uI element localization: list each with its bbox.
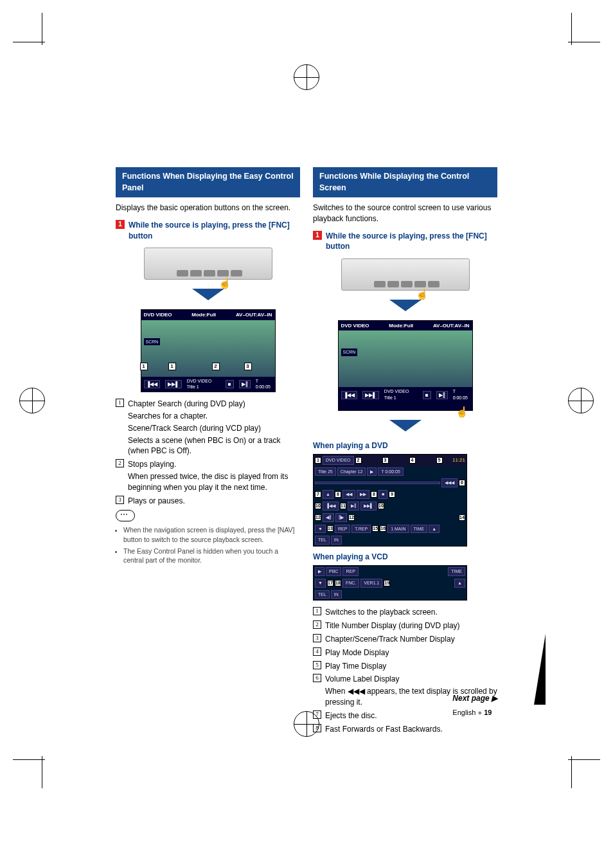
callout: 4 — [409, 457, 416, 464]
shot-label: Mode:Full — [191, 311, 216, 318]
section-header: Functions While Displaying the Control S… — [313, 167, 497, 197]
shot-label: AV–OUT:AV–IN — [236, 311, 272, 318]
item-text: Switches to the playback screen. — [325, 607, 497, 618]
clock: 11:21 — [452, 457, 465, 464]
list-item: 2 Stops playing. When pressed twice, the… — [116, 459, 300, 493]
callout-1: 1 — [168, 363, 176, 370]
list-item: 8Fast Forwards or Fast Backwards. — [313, 724, 497, 735]
vcd-control-screenshot: ▶ PBC REP TIME ▼ 17 18 FNC. VER1.1 19 ▲ … — [313, 565, 467, 601]
callout: 15 — [372, 525, 378, 532]
down-page: ▼ — [315, 579, 326, 588]
item-text: Play Time Display — [325, 661, 497, 672]
callout: 16 — [380, 525, 386, 532]
callout: 12 — [348, 514, 355, 521]
callout: 5 — [436, 457, 443, 464]
callout: 10 — [378, 503, 384, 509]
chapter-field: Chapter 12 — [337, 467, 366, 476]
callout: 14 — [459, 514, 465, 521]
callout-2: 2 — [212, 363, 220, 370]
device-button — [387, 281, 399, 287]
number-box: 1 — [313, 607, 321, 615]
callout: 7 — [315, 491, 321, 498]
crop-mark — [542, 13, 600, 71]
fnc-button: FNC. — [342, 579, 359, 588]
in-label: IN — [331, 590, 342, 599]
registration-mark — [294, 711, 319, 737]
easy-control-screenshot: DVD VIDEO Mode:Full AV–OUT:AV–IN SCRN 1 … — [141, 309, 276, 392]
device-src-button — [414, 281, 426, 287]
page-number: 19 — [484, 709, 492, 716]
scrn-button: SCRN — [144, 338, 161, 346]
next-button: ▶▶▌ — [165, 380, 182, 388]
callout-3: 3 — [244, 363, 252, 370]
number-box: 3 — [313, 634, 321, 642]
finger-icon: ☝ — [456, 405, 468, 419]
item-text: Play Mode Display — [325, 647, 497, 658]
pbc-button: PBC — [326, 567, 341, 576]
number-box: 1 — [116, 399, 124, 407]
prev-button: ▐◀◀ — [323, 502, 339, 511]
shot-title: DVD VIDEO Title 1 — [384, 388, 418, 401]
finger-icon: ☝ — [218, 276, 231, 291]
fastfwd-button: ▶▶ — [357, 490, 369, 499]
list-item: 3Chapter/Scene/Track Number Display — [313, 634, 497, 645]
intro-text: Displays the basic operation buttons on … — [116, 203, 300, 213]
tel-label: TEL — [315, 536, 330, 545]
item-head: Plays or pauses. — [128, 496, 300, 507]
time-button: TIME — [448, 567, 465, 576]
play-button: ▶ǁ — [239, 380, 251, 388]
dvd-control-screenshot: 1 DVD VIDEO 2 3 4 5 11:21 Title 25 Chapt… — [313, 454, 467, 547]
note-icon — [116, 510, 135, 521]
device-nav-button — [428, 281, 440, 287]
playpause-button: ▶ǁ — [348, 502, 359, 511]
note-item: The Easy Control Panel is hidden when yo… — [123, 547, 300, 565]
number-box: 3 — [116, 496, 124, 504]
scroll-indicator: ◀◀◀ — [441, 478, 458, 487]
shot-time: T 0:00:05 — [256, 378, 272, 391]
eject-button: ▲ — [323, 490, 333, 499]
callout: 10 — [315, 503, 321, 509]
left-column: Functions When Displaying the Easy Contr… — [116, 167, 300, 737]
item-line: Selects a scene (when PBC is On) or a tr… — [128, 435, 300, 457]
callout: 13 — [327, 525, 333, 532]
item-line: Searches for a chapter. — [128, 411, 300, 422]
version-label: VER1.1 — [360, 579, 382, 588]
time-display: T 0:00:05 — [378, 467, 403, 476]
device-button — [401, 281, 413, 287]
tel-label: TEL — [315, 590, 330, 599]
list-item: 1Switches to the playback screen. — [313, 607, 497, 618]
dot-icon: ● — [477, 709, 482, 716]
shot-label: DVD VIDEO — [144, 311, 172, 318]
item-line: When pressed twice, the disc is played f… — [128, 471, 300, 493]
callout-1: 1 — [140, 363, 148, 370]
item-head: Stops playing. — [128, 459, 300, 470]
control-screen-screenshot: DVD VIDEO Mode:Full AV–OUT:AV–IN SCRN ▐◀… — [338, 320, 473, 411]
crop-mark — [542, 730, 600, 788]
rep-button: REP — [342, 567, 358, 576]
next-button: ▶▶▌ — [362, 391, 379, 399]
step-number: 1 — [313, 231, 322, 240]
volume-label — [315, 482, 440, 484]
item-text: Fast Forwards or Fast Backwards. — [325, 724, 497, 735]
up-page: ▲ — [429, 525, 440, 534]
callout: 12 — [315, 514, 321, 521]
next-button: ▶▶▌ — [360, 502, 377, 511]
slowfwd-button: ǁ▶ — [335, 513, 347, 522]
page-tab — [534, 634, 546, 705]
callout: 17 — [327, 580, 333, 586]
page-footer: Next page ▶ English ● 19 — [452, 693, 497, 718]
device-button — [177, 270, 188, 276]
callout: 9 — [389, 491, 395, 498]
list-item: 2Title Number Display (during DVD play) — [313, 620, 497, 631]
rep-button: REP — [335, 525, 350, 534]
down-page: ▼ — [315, 525, 326, 534]
callout: 1 — [315, 457, 321, 464]
step-instruction: While the source is playing, press the [… — [129, 220, 300, 242]
device-illustration: ☝ — [144, 248, 272, 280]
number-box: 5 — [313, 661, 321, 669]
play-button: ▶ǁ — [436, 391, 448, 399]
callout: 8 — [371, 491, 377, 498]
shot-label: DVD VIDEO — [341, 322, 369, 329]
shot-label: AV–OUT:AV–IN — [433, 322, 470, 329]
intro-text: Switches to the source control screen to… — [313, 203, 497, 224]
